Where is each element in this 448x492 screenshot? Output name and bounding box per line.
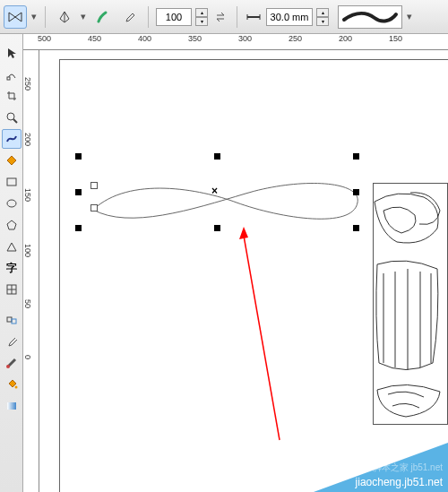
polygon-tool[interactable] [2, 215, 22, 235]
gradient-icon [5, 400, 18, 412]
ruler-tick: 200 [339, 34, 352, 43]
blend-tool[interactable] [2, 310, 22, 330]
shape-tool[interactable] [2, 65, 22, 84]
svg-point-12 [6, 365, 10, 368]
ruler-tick: 100 [23, 244, 32, 257]
interactive-fill-tool[interactable] [2, 396, 22, 416]
ellipse-tool[interactable] [2, 194, 22, 213]
stroke-preview-icon [340, 9, 400, 25]
nib-tool-icon[interactable] [53, 5, 76, 29]
svg-point-13 [14, 386, 17, 389]
drawn-curve-object[interactable] [75, 167, 371, 238]
swap-glyph-icon [214, 11, 227, 23]
brush-glyph-icon [96, 11, 108, 23]
lineart-icon [373, 184, 448, 425]
eyedropper-icon [5, 335, 18, 348]
freehand-tool[interactable] [2, 129, 22, 149]
selection-handle-ml[interactable] [75, 189, 82, 195]
ruler-tick: 50 [23, 299, 32, 308]
stroke-width-icon[interactable] [245, 5, 263, 29]
selection-center-marker: × [211, 185, 218, 197]
text-tool[interactable]: 字 [2, 258, 22, 278]
freehand-mode-icon[interactable] [4, 5, 27, 29]
basic-shapes-tool[interactable] [2, 237, 22, 256]
outline-pen-icon [5, 357, 18, 369]
outline-tool[interactable] [2, 353, 22, 373]
freehand-icon [5, 133, 18, 145]
swap-icon[interactable] [211, 5, 229, 29]
shape-edit-icon [5, 68, 18, 81]
ruler-tick: 350 [188, 34, 202, 43]
ruler-tick: 400 [138, 34, 151, 43]
spin-down-icon[interactable]: ▾ [316, 17, 329, 26]
svg-line-4 [13, 119, 17, 123]
smartfill-icon [5, 154, 18, 167]
curve-node[interactable] [90, 182, 98, 189]
watermark-text: jiaocheng.jb51.net [356, 476, 443, 488]
brush-icon[interactable] [90, 5, 114, 29]
ruler-tick: 450 [88, 34, 101, 43]
svg-rect-2 [7, 77, 10, 80]
ruler-tick: 150 [23, 188, 32, 202]
nib-icon [58, 11, 71, 23]
selection-handle-tl[interactable] [75, 153, 82, 160]
fill-tool[interactable] [2, 375, 22, 394]
svg-point-3 [7, 113, 14, 120]
ruler-tick: 300 [238, 34, 252, 43]
stroke-preset-preview[interactable] [338, 5, 402, 29]
smoothing-field[interactable]: 100 [156, 8, 192, 26]
annotation-arrow [237, 225, 290, 445]
spin-up-icon[interactable]: ▴ [316, 8, 329, 17]
blend-icon [5, 314, 18, 326]
crop-tool[interactable] [2, 86, 22, 106]
polygon-icon [5, 219, 18, 231]
chevron-down-icon[interactable]: ▾ [30, 11, 38, 22]
svg-rect-10 [7, 317, 12, 322]
shapes-icon [5, 240, 18, 253]
separator [148, 6, 149, 28]
eyedropper-icon[interactable] [117, 5, 141, 29]
separator [45, 6, 46, 28]
selection-handle-bc[interactable] [214, 225, 220, 231]
magnifier-icon [5, 111, 18, 124]
ellipse-icon [5, 197, 18, 210]
drawing-canvas[interactable]: × 脚本之家 jb51.net jiaocheng.jb51.net [39, 50, 448, 492]
selection-handle-mr[interactable] [353, 189, 359, 195]
svg-point-6 [7, 200, 16, 207]
reference-lineart-panel [373, 183, 448, 425]
rectangle-icon [5, 176, 18, 188]
horizontal-ruler: 500 450 400 350 300 250 200 150 [23, 34, 448, 50]
svg-line-15 [244, 236, 280, 440]
chevron-down-icon[interactable]: ▾ [406, 11, 413, 22]
selection-handle-br[interactable] [353, 225, 359, 231]
watermark-text-faded: 脚本之家 jb51.net [373, 462, 443, 474]
crop-icon [5, 90, 18, 102]
bowtie-icon [7, 9, 23, 25]
ruler-tick: 0 [23, 355, 32, 359]
selection-handle-tr[interactable] [353, 153, 359, 160]
smart-fill-tool[interactable] [2, 151, 22, 170]
svg-rect-5 [7, 178, 16, 186]
chevron-down-icon[interactable]: ▾ [80, 11, 87, 22]
pick-tool[interactable] [2, 43, 22, 63]
zoom-tool[interactable] [2, 108, 22, 127]
svg-marker-16 [239, 227, 248, 239]
ruler-tick: 500 [38, 34, 51, 43]
selection-handle-bl[interactable] [75, 225, 82, 231]
spin-down-icon[interactable]: ▾ [195, 17, 208, 26]
width-spinner[interactable]: ▴▾ [316, 8, 329, 26]
arrow-cursor-icon [5, 47, 18, 59]
ruler-tick: 250 [23, 77, 32, 91]
ruler-tick: 150 [389, 34, 402, 43]
text-icon: 字 [6, 261, 17, 276]
stroke-width-field[interactable]: 30.0 mm [266, 8, 313, 26]
spin-up-icon[interactable]: ▴ [195, 8, 208, 17]
selection-handle-tc[interactable] [214, 153, 220, 160]
table-tool[interactable] [2, 280, 22, 299]
dropper-glyph-icon [123, 11, 135, 23]
curve-node[interactable] [90, 204, 98, 211]
ruler-tick: 250 [289, 34, 302, 43]
rectangle-tool[interactable] [2, 172, 22, 192]
smoothing-spinner[interactable]: ▴▾ [195, 8, 208, 26]
eyedropper-tool[interactable] [2, 332, 22, 351]
